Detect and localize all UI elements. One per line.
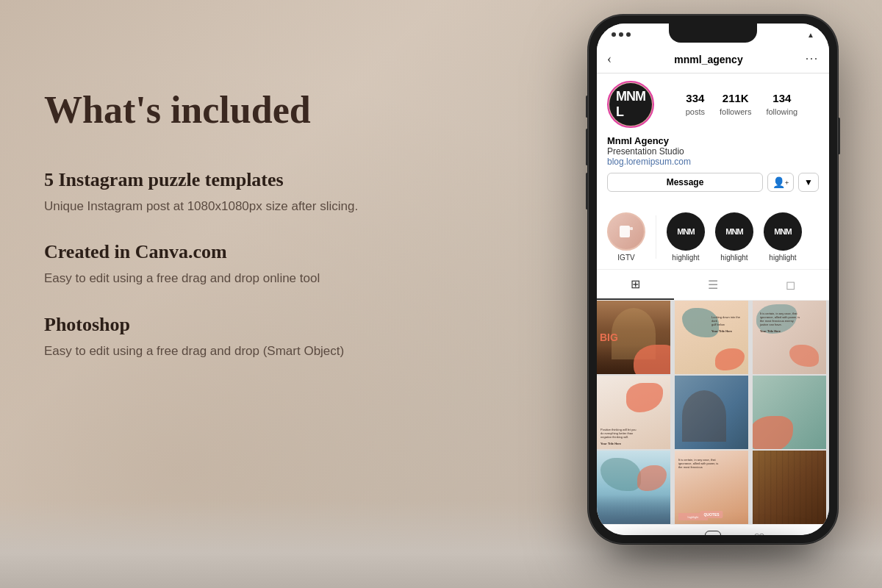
phone-mockup: ▲ ‹ mnml_agency ··· MNML [588,15,838,544]
signal-dot-3 [626,32,631,37]
post-title-here: Your Title Here [711,329,745,333]
more-options-button[interactable]: ··· [806,53,819,66]
feature-title-2: Created in Canva.com [44,241,456,263]
nav-home[interactable]: ⌂ [597,531,643,535]
big-text-overlay: BIG [600,332,618,343]
igtv-circle [607,212,645,251]
phone-screen: ▲ ‹ mnml_agency ··· MNML [597,24,829,535]
following-label: following [766,107,797,116]
profile-name: Mnml Agency [607,135,819,146]
feature-desc-1: Unique Instagram post at 1080x1080px siz… [44,197,456,216]
post-9[interactable] [753,451,826,524]
highlight-label-1: highlight [672,254,699,262]
post-5[interactable] [675,376,748,449]
phone-shadow [610,537,816,559]
post-text-3: It is certain, in any case, that ignoran… [760,312,819,333]
profile-avatar[interactable]: MNML [607,81,654,128]
highlight-circle-3: MNM [764,212,802,251]
post-1[interactable]: BIG [597,301,670,374]
highlight-1[interactable]: MNM highlight [667,212,705,262]
feature-desc-3: Easy to edit using a free drag and drop … [44,342,456,361]
profile-username: mnml_agency [674,54,742,65]
post-text-line-2: gulf below [711,323,745,326]
post-7[interactable] [597,451,670,524]
followers-label: followers [720,107,751,116]
highlight-2[interactable]: MNM highlight [715,212,753,262]
posts-label: posts [686,107,705,116]
followers-count: 211K [720,92,751,104]
feature-title-1: 5 Instagram puzzle templates [44,169,456,191]
post-title-3: Your Title Here [760,329,819,333]
post-6[interactable] [753,376,826,449]
profile-action-buttons: Message 👤 + ▼ [607,173,819,192]
feature-title-3: Photoshop [44,314,456,336]
message-button[interactable]: Message [607,173,763,192]
signal-dot-1 [612,32,616,37]
post-3[interactable]: It is certain, in any case, that ignoran… [753,301,826,374]
phone-power-button [838,118,840,154]
post-text-4c: negative thinking will. [600,435,636,439]
follow-icon: 👤 [772,176,785,189]
highlight-label-3: highlight [769,254,796,262]
post-8[interactable]: It is certain, in any case, that ignoran… [675,451,748,524]
back-button[interactable]: ‹ [607,51,612,67]
feature-item-2: Created in Canva.com Easy to edit using … [44,241,456,288]
post-image-9 [753,451,826,524]
post-title-4: Your Title Here [600,442,636,445]
signal-dot-2 [619,32,623,37]
profile-top-row: MNML 334 posts 211K followers [607,81,819,128]
phone-volume-up-button [586,129,588,165]
highlight-label-2: highlight [720,254,747,262]
nav-search[interactable]: ○ [643,531,689,535]
post-water [597,495,670,524]
post-image-2: Looking down into the dark gulf below Yo… [675,301,748,374]
highlight-circle-1: MNM [667,212,705,251]
phone-volume-down-button [586,173,588,209]
svg-rect-0 [620,226,630,237]
post-2[interactable]: Looking down into the dark gulf below Yo… [675,301,748,374]
profile-stats: 334 posts 211K followers 134 following [664,92,819,118]
instagram-header: ‹ mnml_agency ··· [597,46,829,74]
dropdown-button[interactable]: ▼ [798,173,819,192]
profile-section: MNML 334 posts 211K followers [597,74,829,205]
follow-button[interactable]: 👤 + [767,173,794,192]
nav-add[interactable]: + [689,531,736,535]
tab-grid[interactable]: ⊞ [597,270,674,300]
post-4[interactable]: Positive thinking will let you do everyt… [597,376,670,449]
igtv-icon [617,223,635,240]
post-text-4: Positive thinking will let you do everyt… [600,428,636,445]
post-text-3d: justice can have. [760,323,819,326]
highlight-divider [656,215,656,259]
plus-icon: + [785,179,789,187]
highlights-section: IGTV MNM highlight MNM highlight [597,205,829,270]
tab-list[interactable]: ☰ [674,270,751,300]
nav-profile[interactable]: ◉ [783,531,829,535]
following-count: 134 [766,92,797,104]
posts-count: 334 [686,92,705,104]
highlight-igtv[interactable]: IGTV [607,212,645,262]
highlight-circle-2: MNM [715,212,753,251]
bottom-nav: ⌂ ○ + ♡ ◉ [597,524,829,535]
post-image-8: It is certain, in any case, that ignoran… [675,451,748,524]
instagram-scroll-area[interactable]: ‹ mnml_agency ··· MNML 334 [597,46,829,535]
tab-tagged[interactable]: ◻ [752,270,829,300]
post-image-1: BIG [597,301,670,374]
status-wifi: ▲ [807,31,814,39]
post-blob-6 [753,416,793,449]
phone-notch [669,24,757,43]
highlight-3[interactable]: MNM highlight [764,212,802,262]
nav-add-icon: + [705,531,721,535]
status-signal [612,32,631,37]
posts-stat: 334 posts [686,92,705,118]
feature-desc-2: Easy to edit using a free drag and drop … [44,269,456,288]
post-text-lines: Looking down into the dark gulf below Yo… [711,315,745,333]
profile-link[interactable]: blog.loremipsum.com [607,157,819,167]
nav-likes[interactable]: ♡ [736,531,783,535]
post-image-6 [753,376,826,449]
main-heading: What's included [44,88,456,132]
post-figure [682,390,726,442]
followers-stat: 211K followers [720,92,751,118]
posts-grid: BIG Looking down into the dark [597,301,829,524]
following-stat: 134 following [766,92,797,118]
post-image-7 [597,451,670,524]
